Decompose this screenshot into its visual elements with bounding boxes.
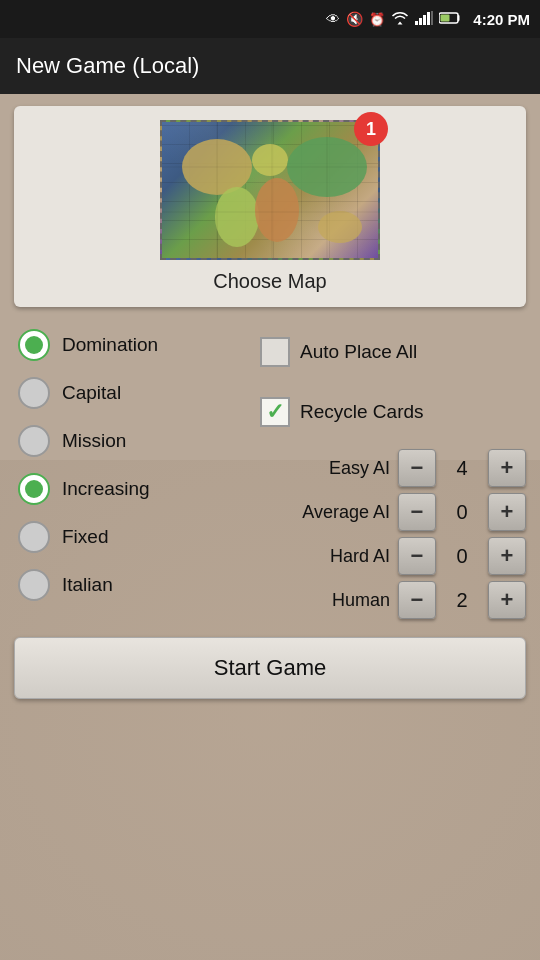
checkbox-box-autoplace xyxy=(260,337,290,367)
battery-icon xyxy=(439,12,461,27)
svg-rect-6 xyxy=(441,14,450,21)
radio-circle-mission xyxy=(18,425,50,457)
svg-rect-4 xyxy=(431,11,433,25)
start-game-button[interactable]: Start Game xyxy=(14,637,526,699)
status-bar: 👁 🔇 ⏰ xyxy=(0,0,540,38)
page-title: New Game (Local) xyxy=(16,53,199,79)
map-label: Choose Map xyxy=(213,270,326,293)
svg-rect-0 xyxy=(415,21,418,25)
ai-decrement-human[interactable]: − xyxy=(398,581,436,619)
checkbox-box-recycle xyxy=(260,397,290,427)
status-icons: 👁 🔇 ⏰ xyxy=(326,11,530,28)
ai-decrement-hard[interactable]: − xyxy=(398,537,436,575)
start-game-label: Start Game xyxy=(214,655,326,681)
ai-value-easy: 4 xyxy=(444,457,480,480)
ai-label-hard: Hard AI xyxy=(260,546,390,567)
ai-value-average: 0 xyxy=(444,501,480,524)
radio-capital[interactable]: Capital xyxy=(14,369,252,417)
left-options-col: Domination Capital Mission Increasing Fi… xyxy=(14,321,252,619)
radio-circle-fixed xyxy=(18,521,50,553)
ai-label-human: Human xyxy=(260,590,390,611)
ai-increment-average[interactable]: + xyxy=(488,493,526,531)
radio-label-mission: Mission xyxy=(62,430,126,452)
main-content: 1 Choose Map Domination Capital Mission xyxy=(0,94,540,711)
radio-mission[interactable]: Mission xyxy=(14,417,252,465)
radio-circle-italian xyxy=(18,569,50,601)
radio-italian[interactable]: Italian xyxy=(14,561,252,609)
ai-decrement-average[interactable]: − xyxy=(398,493,436,531)
checkbox-label-recycle: Recycle Cards xyxy=(300,401,424,423)
map-svg xyxy=(162,122,380,260)
title-bar: New Game (Local) xyxy=(0,38,540,94)
ai-decrement-easy[interactable]: − xyxy=(398,449,436,487)
volume-icon: 🔇 xyxy=(346,11,363,27)
wifi-icon xyxy=(391,11,409,28)
svg-point-12 xyxy=(318,211,362,243)
alarm-icon: ⏰ xyxy=(369,12,385,27)
svg-point-10 xyxy=(255,178,299,242)
radio-circle-domination xyxy=(18,329,50,361)
ai-row-hard: Hard AI − 0 + xyxy=(260,537,526,575)
radio-label-increasing: Increasing xyxy=(62,478,150,500)
svg-rect-1 xyxy=(419,18,422,25)
svg-point-9 xyxy=(252,144,288,176)
ai-label-easy: Easy AI xyxy=(260,458,390,479)
map-image-container: 1 xyxy=(160,120,380,260)
ai-value-human: 2 xyxy=(444,589,480,612)
map-preview xyxy=(160,120,380,260)
ai-increment-human[interactable]: + xyxy=(488,581,526,619)
right-options-col: Auto Place All Recycle Cards Easy AI − 4… xyxy=(252,321,526,619)
signal-icon xyxy=(415,11,433,28)
radio-increasing[interactable]: Increasing xyxy=(14,465,252,513)
ai-increment-hard[interactable]: + xyxy=(488,537,526,575)
checkbox-autoplace[interactable]: Auto Place All xyxy=(260,331,526,373)
radio-fixed[interactable]: Fixed xyxy=(14,513,252,561)
ai-row-average: Average AI − 0 + xyxy=(260,493,526,531)
map-badge: 1 xyxy=(354,112,388,146)
ai-increment-easy[interactable]: + xyxy=(488,449,526,487)
svg-rect-2 xyxy=(423,15,426,25)
ai-label-average: Average AI xyxy=(260,502,390,523)
checkbox-recycle[interactable]: Recycle Cards xyxy=(260,391,526,433)
radio-circle-capital xyxy=(18,377,50,409)
map-card[interactable]: 1 Choose Map xyxy=(14,106,526,307)
ai-row-human: Human − 2 + xyxy=(260,581,526,619)
svg-rect-3 xyxy=(427,12,430,25)
ai-value-hard: 0 xyxy=(444,545,480,568)
middle-section: Domination Capital Mission Increasing Fi… xyxy=(14,321,526,619)
radio-circle-increasing xyxy=(18,473,50,505)
radio-label-italian: Italian xyxy=(62,574,113,596)
status-time: 4:20 PM xyxy=(473,11,530,28)
ai-section: Easy AI − 4 + Average AI − 0 + Hard AI −… xyxy=(260,449,526,619)
eye-icon: 👁 xyxy=(326,11,340,27)
radio-label-capital: Capital xyxy=(62,382,121,404)
ai-row-easy: Easy AI − 4 + xyxy=(260,449,526,487)
checkbox-label-autoplace: Auto Place All xyxy=(300,341,417,363)
radio-domination[interactable]: Domination xyxy=(14,321,252,369)
radio-label-fixed: Fixed xyxy=(62,526,108,548)
radio-label-domination: Domination xyxy=(62,334,158,356)
svg-point-8 xyxy=(215,187,259,247)
